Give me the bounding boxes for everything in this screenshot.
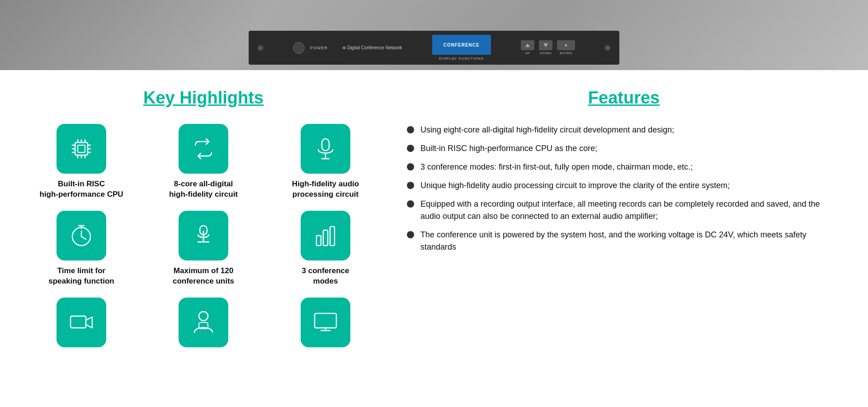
svg-rect-28 [323, 230, 328, 246]
person-icon-box [179, 298, 228, 347]
power-label: POWER [310, 46, 328, 50]
feature-text-1: Using eight-core all-digital high-fideli… [420, 124, 674, 136]
features-title: Features [407, 88, 841, 108]
content-area: Key Highlights [0, 70, 868, 356]
feature-text-5: Equipped with a recording output interfa… [420, 198, 841, 222]
feature-text-4: Unique high-fidelity audio processing ci… [420, 180, 730, 192]
highlight-cpu-label: Built-in RISChigh-performance CPU [39, 179, 123, 200]
camera-icon [68, 309, 95, 336]
nav-down-button[interactable] [539, 40, 552, 50]
highlight-modes: 3 conferencemodes [271, 211, 380, 287]
highlight-timer: Time limit forspeaking function [27, 211, 136, 287]
feature-item-1: Using eight-core all-digital high-fideli… [407, 124, 841, 136]
svg-marker-1 [543, 43, 548, 47]
person-icon [190, 309, 217, 336]
highlight-screen [271, 298, 380, 347]
chip-icon [68, 135, 95, 162]
highlight-circuit-label: 8-core all-digitalhigh-fidelity circuit [169, 179, 238, 200]
bullet-4 [407, 182, 414, 189]
bullet-1 [407, 126, 414, 133]
features-list: Using eight-core all-digital high-fideli… [407, 124, 841, 253]
panel-dot-left [258, 45, 263, 51]
feature-item-4: Unique high-fidelity audio processing ci… [407, 180, 841, 192]
highlight-circuit: 8-core all-digitalhigh-fidelity circuit [149, 124, 258, 200]
podium-icon-box [179, 211, 228, 260]
nav-up-label: UP [525, 51, 530, 55]
highlight-audio: High-fidelity audioprocessing circuit [271, 124, 380, 200]
svg-point-31 [199, 312, 208, 321]
display-functions-label: DISPLAY FUNCTIONS [439, 57, 484, 61]
podium-icon [190, 222, 217, 249]
svg-marker-0 [525, 43, 530, 47]
highlight-units: Maximum of 120conference units [149, 211, 258, 287]
chip-icon-box [57, 124, 106, 174]
feature-text-2: Built-in RISC high-performance CPU as th… [420, 142, 597, 155]
svg-rect-2 [75, 142, 88, 155]
power-button[interactable] [293, 42, 305, 54]
highlights-section: Key Highlights [27, 88, 380, 347]
svg-rect-33 [315, 313, 336, 328]
svg-line-22 [81, 237, 86, 239]
mic-icon-box [301, 124, 350, 174]
screen-icon-box [301, 298, 350, 347]
panel-dot-right [605, 45, 610, 51]
svg-rect-27 [316, 236, 321, 246]
arrows-icon [190, 135, 217, 162]
feature-item-3: 3 conference modes: first-in first-out, … [407, 161, 841, 173]
clock-icon-box [57, 211, 106, 260]
highlight-modes-label: 3 conferencemodes [302, 266, 349, 287]
bullet-2 [407, 145, 414, 152]
hero-image: POWER ⊛ Digital Conference Network CONFE… [0, 0, 868, 70]
mic-icon [312, 135, 339, 162]
svg-rect-16 [322, 139, 329, 151]
highlight-person [149, 298, 258, 347]
highlights-grid: Built-in RISChigh-performance CPU 8-core… [27, 124, 380, 347]
nav-enter-label: ENTER [560, 51, 572, 55]
bullet-3 [407, 163, 414, 170]
feature-text-3: 3 conference modes: first-in first-out, … [420, 161, 693, 173]
panel-left: POWER ⊛ Digital Conference Network [293, 42, 402, 54]
screen-icon [312, 309, 339, 336]
feature-item-5: Equipped with a recording output interfa… [407, 198, 841, 222]
bullet-5 [407, 200, 414, 208]
features-section: Features Using eight-core all-digital hi… [407, 88, 841, 347]
highlights-title: Key Highlights [27, 88, 380, 108]
svg-rect-30 [71, 316, 86, 328]
highlight-cpu: Built-in RISChigh-performance CPU [27, 124, 136, 200]
arrows-icon-box [179, 124, 228, 174]
bars-icon-box [301, 211, 350, 260]
feature-item-2: Built-in RISC high-performance CPU as th… [407, 142, 841, 155]
device-panel: POWER ⊛ Digital Conference Network CONFE… [249, 31, 619, 65]
clock-icon [68, 222, 95, 249]
bars-icon [312, 222, 339, 249]
highlight-audio-label: High-fidelity audioprocessing circuit [292, 179, 359, 200]
svg-rect-29 [330, 227, 335, 246]
feature-text-6: The conference unit is powered by the sy… [420, 229, 841, 253]
camera-icon-box [57, 298, 106, 347]
highlight-video [27, 298, 136, 347]
highlight-timer-label: Time limit forspeaking function [48, 266, 114, 287]
nav-up-button[interactable] [521, 40, 534, 50]
nav-enter-button[interactable]: ■ [557, 40, 575, 50]
bullet-6 [407, 231, 414, 238]
feature-item-6: The conference unit is powered by the sy… [407, 229, 841, 253]
nav-down-label: DOWN [540, 51, 551, 55]
display-screen: CONFERENCE [432, 35, 491, 55]
panel-nav-buttons: UP DOWN ■ ENTER [521, 40, 575, 55]
highlight-units-label: Maximum of 120conference units [173, 266, 234, 287]
svg-rect-3 [78, 145, 85, 152]
device-logo: ⊛ Digital Conference Network [342, 45, 402, 50]
